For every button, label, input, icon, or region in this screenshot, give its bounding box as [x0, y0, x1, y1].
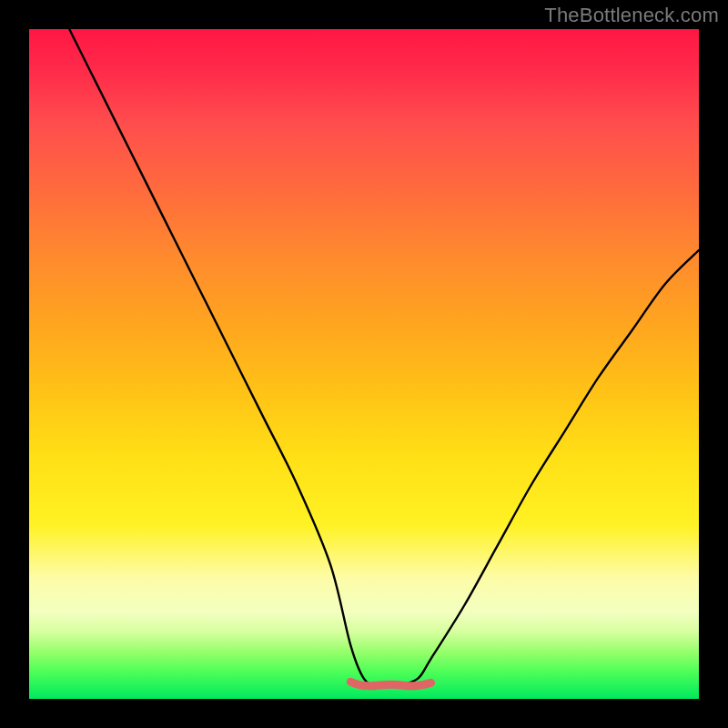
- chart-frame: TheBottleneck.com: [0, 0, 728, 728]
- watermark-text: TheBottleneck.com: [544, 4, 719, 27]
- valley-marker: [350, 682, 430, 686]
- v-curve-path: [69, 29, 699, 686]
- v-curve-svg: [29, 29, 699, 699]
- plot-area: [29, 29, 699, 699]
